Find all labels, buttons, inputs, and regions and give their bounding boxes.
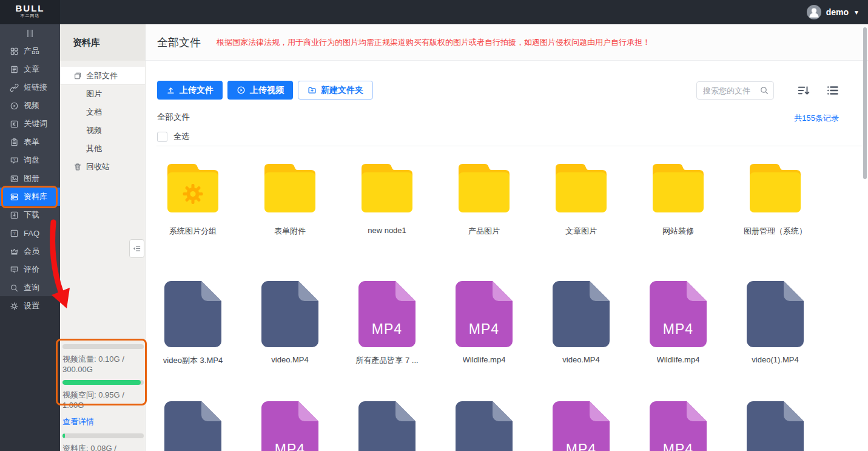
sidebar-menu: 产品文章短链接视频关键词表单¥询盘图册资料库下载?FAQ会员评价查询设置	[0, 42, 60, 315]
trash-icon	[73, 163, 82, 171]
folder-icon	[260, 160, 320, 216]
toolbar: 上传文件 上传视频 新建文件夹	[157, 81, 373, 100]
file-item[interactable]: MP4	[533, 400, 630, 451]
sidebar-item-link[interactable]: 短链接	[0, 78, 60, 97]
folder-item[interactable]: 系统图片分组	[144, 160, 241, 237]
select-all-checkbox[interactable]	[157, 132, 167, 142]
sidebar-item-label: 会员	[24, 246, 39, 257]
file-item[interactable]	[436, 400, 533, 451]
folder-item[interactable]: 产品图片	[436, 160, 533, 237]
file-item[interactable]: MP4	[630, 400, 727, 451]
sidebar-item-gear[interactable]: 设置	[0, 297, 60, 315]
folders-row: 系统图片分组表单附件new node1产品图片文章图片网站装修图册管理（系统）	[144, 160, 824, 237]
scrollbar-thumb[interactable]	[863, 27, 867, 179]
library-nav-item-1[interactable]: 图片	[60, 85, 145, 103]
file-item[interactable]: video副本 3.MP4	[144, 280, 241, 366]
video-space-bar	[62, 380, 144, 385]
library-nav-label: 全部文件	[86, 70, 118, 81]
sidebar-item-label: 关键词	[24, 118, 47, 129]
sidebar-item-form[interactable]: 表单	[0, 133, 60, 151]
file-item[interactable]	[144, 400, 241, 451]
sidebar-item-label: 查询	[24, 282, 39, 293]
file-item[interactable]	[727, 400, 824, 451]
list-view-icon[interactable]	[826, 84, 839, 97]
video-space-label: 视频空间: 0.95G / 1.00G	[62, 390, 144, 410]
file-item[interactable]: MP4	[241, 400, 338, 451]
file-item[interactable]	[338, 400, 436, 451]
mp4-file-icon: MP4	[454, 280, 514, 350]
sidebar-item-label: 设置	[24, 300, 39, 311]
folder-item[interactable]: 表单附件	[241, 160, 338, 237]
view-details-link[interactable]: 查看详情	[62, 416, 94, 427]
library-nav-list: 全部文件图片文档视频其他回收站	[60, 67, 145, 176]
mp4-file-icon: MP4	[648, 400, 708, 451]
form-icon	[10, 138, 19, 147]
folder-name: 网站装修	[662, 226, 694, 237]
file-name: video.MP4	[562, 355, 599, 364]
library-nav-item-4[interactable]: 其他	[60, 140, 145, 158]
file-item[interactable]: MP4所有產品皆享 7 ...	[338, 280, 436, 366]
sort-icon[interactable]	[797, 84, 810, 97]
sidebar-item-faq[interactable]: ?FAQ	[0, 224, 60, 242]
folder-name: 图册管理（系统）	[744, 226, 807, 237]
select-all-row: 全选	[157, 131, 189, 142]
user-menu[interactable]: demo ▼	[807, 0, 860, 24]
collapse-icon	[132, 244, 141, 253]
app: BULL 不二网络 demo ▼ 产品文章短链接视频关键词表单¥询盘图册资料库下…	[0, 0, 868, 451]
folder-item[interactable]: 文章图片	[533, 160, 630, 237]
library-nav-item-2[interactable]: 文档	[60, 103, 145, 121]
content-header: 全部文件 根据国家法律法规，用于商业行为的图片均需正规渠道购买有版权的图片或者自…	[146, 24, 868, 61]
sidebar-item-video[interactable]: 视频	[0, 97, 60, 115]
sidebar-item-review[interactable]: 评价	[0, 260, 60, 279]
library-nav-label: 图片	[86, 89, 102, 100]
review-icon	[10, 265, 19, 274]
main-sidebar: 产品文章短链接视频关键词表单¥询盘图册资料库下载?FAQ会员评价查询设置	[0, 24, 60, 451]
sidebar-item-grid[interactable]: 产品	[0, 42, 60, 60]
svg-text:?: ?	[13, 231, 15, 236]
folder-item[interactable]: 网站装修	[630, 160, 727, 237]
file-item[interactable]: video(1).MP4	[727, 280, 824, 366]
grid-icon	[10, 47, 19, 56]
upload-file-button[interactable]: 上传文件	[157, 81, 223, 100]
files-icon	[73, 72, 82, 80]
file-item[interactable]: video.MP4	[533, 280, 630, 366]
sidebar-item-inquiry[interactable]: ¥询盘	[0, 151, 60, 169]
sidebar-item-label: 下载	[24, 209, 39, 220]
sidebar-item-article[interactable]: 文章	[0, 60, 60, 78]
legal-warning-text: 根据国家法律法规，用于商业行为的图片均需正规渠道购买有版权的图片或者自行拍摄，如…	[217, 37, 650, 48]
folder-icon	[551, 160, 611, 216]
sidebar-item-album[interactable]: 图册	[0, 169, 60, 188]
sidebar-item-search[interactable]: 查询	[0, 279, 60, 297]
folder-name: 系统图片分组	[169, 226, 217, 237]
folder-item[interactable]: 图册管理（系统）	[727, 160, 824, 237]
library-quota-label: 资料库: 0.08G / 10.00G	[62, 443, 144, 451]
library-nav-item-3[interactable]: 视频	[60, 121, 145, 140]
svg-text:MP4: MP4	[663, 321, 693, 337]
sidebar-item-member[interactable]: 会员	[0, 242, 60, 260]
sidebar-item-keyword[interactable]: 关键词	[0, 115, 60, 133]
avatar	[807, 5, 821, 19]
upload-video-button[interactable]: 上传视频	[227, 81, 293, 100]
main-content: 全部文件 根据国家法律法规，用于商业行为的图片均需正规渠道购买有版权的图片或者自…	[146, 24, 868, 451]
video-traffic-bar	[62, 344, 144, 349]
quota-panel: 视频流量: 0.10G / 300.00G 视频空间: 0.95G / 1.00…	[62, 344, 144, 451]
mp4-file-icon: MP4	[357, 280, 417, 350]
folder-item[interactable]: new node1	[338, 160, 436, 237]
subnav-collapse-button[interactable]	[129, 239, 144, 258]
svg-text:MP4: MP4	[566, 441, 596, 451]
search-icon[interactable]	[759, 86, 769, 95]
library-nav-item-0[interactable]: 全部文件	[60, 67, 145, 85]
new-folder-button[interactable]: 新建文件夹	[298, 81, 373, 100]
file-item[interactable]: MP4Wildlife.mp4	[630, 280, 727, 366]
library-nav-item-5[interactable]: 回收站	[60, 158, 145, 176]
sidebar-collapse-handle[interactable]	[0, 28, 60, 39]
sidebar-item-download[interactable]: 下载	[0, 206, 60, 224]
logo-subtext: 不二网络	[0, 13, 60, 19]
file-item[interactable]: video.MP4	[241, 280, 338, 366]
file-item[interactable]: MP4Wildlife.mp4	[436, 280, 533, 366]
library-nav-label: 回收站	[86, 161, 110, 172]
video-file-icon	[163, 280, 223, 350]
svg-text:MP4: MP4	[469, 321, 499, 337]
sidebar-item-library[interactable]: 资料库	[0, 188, 60, 206]
file-name: Wildlife.mp4	[657, 355, 700, 364]
